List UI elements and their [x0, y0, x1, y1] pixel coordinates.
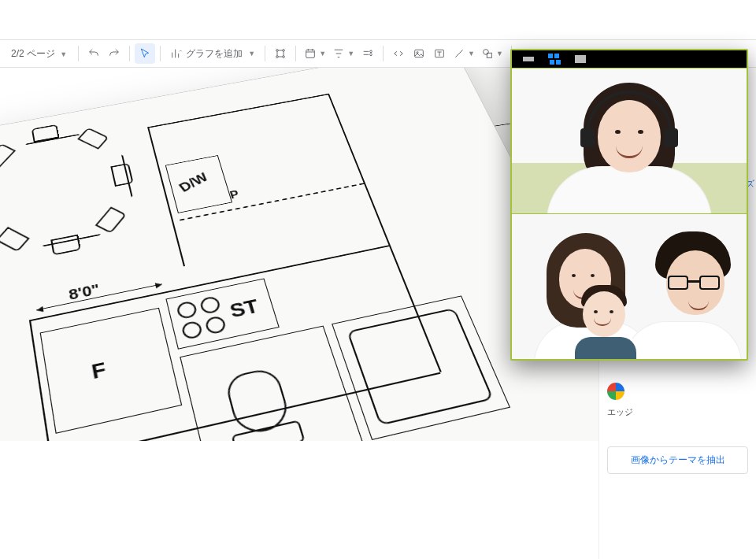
page-indicator[interactable]: 2/2 ページ ▼: [5, 47, 73, 61]
family-illustration: [512, 214, 747, 359]
agent-illustration: [512, 68, 747, 213]
separator: [129, 46, 130, 61]
svg-point-0: [276, 50, 279, 52]
accent-swatches: [607, 383, 748, 400]
undo-button[interactable]: [83, 43, 104, 64]
url-embed-button[interactable]: [388, 43, 409, 64]
text-icon: [433, 47, 446, 60]
svg-point-10: [484, 50, 489, 55]
video-tile-agent[interactable]: [512, 68, 747, 213]
page-indicator-label: 2/2 ページ: [11, 48, 55, 59]
image-button[interactable]: [409, 43, 429, 64]
date-range-icon: [304, 47, 317, 60]
embed-icon: [392, 47, 405, 60]
extract-theme-label: 画像からテーマを抽出: [631, 454, 725, 465]
shapes-icon: [481, 47, 494, 60]
chart-icon: [170, 47, 183, 60]
color-wheel-icon[interactable]: [607, 383, 624, 400]
filter-control-button[interactable]: ▼: [329, 43, 358, 64]
extract-theme-button[interactable]: 画像からテーマを抽出: [607, 446, 748, 474]
floorplan-dim-1: 8'0": [68, 281, 102, 303]
chevron-down-icon: ▼: [60, 50, 67, 58]
filter-icon: [332, 47, 345, 60]
add-chart-label: グラフを追加: [186, 47, 243, 61]
svg-point-5: [370, 50, 372, 53]
svg-point-1: [283, 50, 285, 52]
pointer-icon: [139, 47, 151, 60]
data-control-button[interactable]: [358, 43, 378, 64]
svg-rect-4: [306, 50, 315, 57]
date-range-button[interactable]: ▼: [301, 43, 329, 64]
report-canvas[interactable]: CP EP 10'0" D/W P: [0, 68, 598, 441]
edge-label: エッジ: [607, 406, 748, 418]
layout-single-icon[interactable]: [523, 57, 534, 61]
layout-wide-icon[interactable]: [575, 55, 586, 63]
svg-point-3: [283, 56, 285, 58]
chevron-down-icon: ▼: [496, 50, 503, 57]
community-viz-icon: [274, 47, 287, 60]
separator: [383, 46, 384, 61]
data-control-icon: [361, 47, 374, 60]
text-button[interactable]: [429, 43, 450, 64]
undo-icon: [87, 47, 100, 60]
layout-grid-icon[interactable]: [548, 54, 561, 65]
separator: [78, 46, 79, 61]
svg-point-6: [370, 54, 372, 56]
separator: [160, 46, 161, 61]
image-icon: [413, 47, 425, 60]
svg-point-2: [276, 56, 279, 58]
community-viz-button[interactable]: [270, 43, 291, 64]
chevron-down-icon: ▼: [347, 50, 354, 57]
add-chart-button[interactable]: グラフを追加 ▼: [165, 43, 260, 64]
video-call-window[interactable]: [510, 49, 748, 361]
chevron-down-icon: ▼: [319, 50, 326, 57]
line-button[interactable]: ▼: [450, 43, 478, 64]
svg-rect-7: [415, 50, 424, 57]
video-call-titlebar[interactable]: [512, 50, 747, 68]
redo-icon: [108, 47, 120, 60]
video-tile-family[interactable]: [512, 213, 747, 359]
line-icon: [453, 47, 465, 60]
separator: [295, 46, 296, 61]
separator: [265, 46, 265, 61]
chevron-down-icon: ▼: [248, 50, 255, 57]
pointer-tool[interactable]: [135, 43, 155, 64]
chevron-down-icon: ▼: [468, 50, 475, 57]
redo-button[interactable]: [104, 43, 124, 64]
shapes-button[interactable]: ▼: [478, 43, 506, 64]
glasses-icon: [668, 276, 720, 290]
